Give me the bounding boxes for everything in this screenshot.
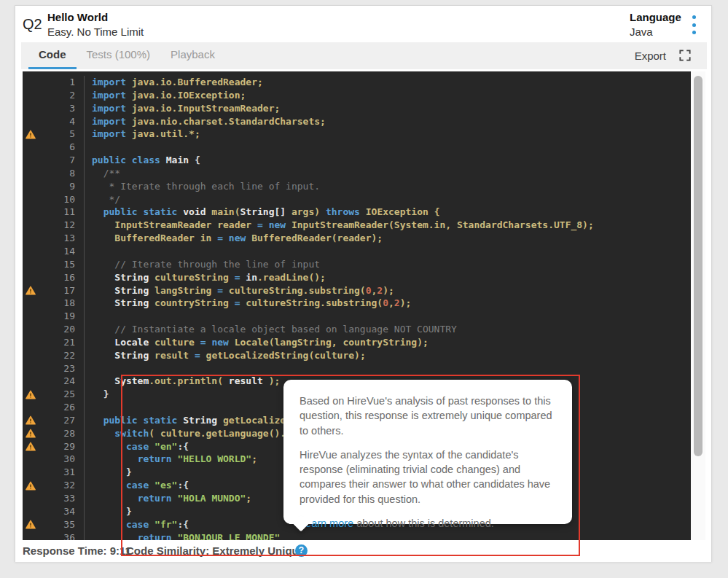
warning-triangle-icon [26, 390, 36, 399]
gutter-icon-cell [23, 193, 39, 206]
code-text: String langString = cultureString.substr… [85, 284, 394, 297]
code-text: } [85, 505, 132, 518]
code-text: public static void main(String[] args) t… [85, 206, 439, 219]
code-line: 12 InputStreamReader reader = new InputS… [23, 219, 691, 232]
page: { "header": { "question_number": "Q2", "… [0, 0, 728, 578]
question-title: Hello World [47, 11, 144, 23]
code-line: 6 [23, 141, 691, 154]
warning-icon-cell[interactable] [23, 440, 39, 453]
fullscreen-icon[interactable] [679, 50, 691, 61]
code-text: import java.io.InputStreamReader; [85, 102, 280, 115]
code-text: case "en":{ [85, 440, 189, 453]
code-line: 36 return "BONJOUR LE MONDE" [23, 531, 691, 540]
export-button[interactable]: Export [635, 42, 666, 69]
code-text: import java.io.BufferedReader; [85, 76, 263, 89]
warning-icon-cell[interactable] [23, 284, 39, 297]
code-line: 4import java.nio.charset.StandardCharset… [23, 115, 691, 128]
gutter-icon-cell [23, 271, 39, 284]
line-number: 9 [39, 180, 85, 193]
code-text: public class Main { [85, 154, 200, 167]
line-number: 28 [39, 427, 85, 440]
code-text: Locale culture = new Locale(langString, … [85, 336, 428, 349]
gutter-icon-cell [23, 401, 39, 414]
line-number: 25 [39, 388, 85, 401]
gutter-icon-cell [23, 297, 39, 310]
code-text: System.out.println( result ); [85, 375, 280, 388]
line-number: 18 [39, 297, 85, 310]
warning-icon-cell[interactable] [23, 518, 39, 531]
code-line: 15 // Iterate through the line of input [23, 258, 691, 271]
tab-tests[interactable]: Tests (100%) [77, 42, 161, 69]
warning-triangle-icon [26, 415, 36, 425]
kebab-menu-icon[interactable] [689, 15, 698, 34]
line-number: 16 [39, 271, 85, 284]
line-number: 14 [39, 245, 85, 258]
code-similarity: Code Similarity: Extremely Unique [126, 544, 305, 557]
line-number: 11 [39, 206, 85, 219]
line-number: 15 [39, 258, 85, 271]
tab-code[interactable]: Code [28, 42, 77, 69]
status-bar: Response Time: 9:11 Code Similarity: Ext… [15, 540, 711, 562]
line-number: 13 [39, 232, 85, 245]
expand-icon-glyph [679, 50, 691, 61]
code-line: 11 public static void main(String[] args… [23, 206, 691, 219]
warning-icon-cell[interactable] [23, 388, 39, 401]
code-text: import java.util.*; [85, 128, 200, 141]
code-line: 1import java.io.BufferedReader; [23, 76, 691, 89]
line-number: 33 [39, 492, 85, 505]
warning-icon-cell[interactable] [23, 414, 39, 427]
code-text: switch( culture.getLanguage(). [85, 427, 286, 440]
gutter-icon-cell [23, 219, 39, 232]
tooltip-paragraph-1: Based on HireVue's analysis of past resp… [300, 394, 556, 438]
code-text: BufferedReader in = new BufferedReader(r… [85, 232, 383, 245]
gutter-icon-cell [23, 206, 39, 219]
warning-triangle-icon [26, 130, 36, 139]
gutter-icon-cell [23, 492, 39, 505]
editor-scrollbar-thumb[interactable] [694, 76, 702, 456]
tab-playback[interactable]: Playback [160, 42, 225, 69]
question-circle-icon[interactable]: ? [295, 544, 308, 557]
code-line: 14 [23, 245, 691, 258]
line-number: 20 [39, 323, 85, 336]
code-line: 22 String result = getLocalizedString(cu… [23, 349, 691, 362]
code-text: } [85, 466, 132, 479]
code-line: 2import java.io.IOException; [23, 89, 691, 102]
warning-icon-cell[interactable] [23, 479, 39, 492]
gutter-icon-cell [23, 310, 39, 323]
kebab-dot [692, 23, 696, 27]
warning-triangle-icon [26, 429, 36, 438]
gutter-icon-cell [23, 375, 39, 388]
code-text: public static String getLocalize [85, 414, 286, 427]
code-text: */ [85, 193, 120, 206]
gutter-icon-cell [23, 141, 39, 154]
code-line: 5import java.util.*; [23, 128, 691, 141]
line-number: 1 [39, 76, 85, 89]
code-text: String cultureString = in.readLine(); [85, 271, 326, 284]
code-text: return "HOLA MUNDO"; [85, 492, 251, 505]
language-value: Java [630, 26, 681, 38]
warning-triangle-icon [26, 442, 36, 451]
gutter-icon-cell [23, 115, 39, 128]
gutter-icon-cell [23, 531, 39, 540]
code-text: case "es":{ [85, 479, 189, 492]
line-number: 30 [39, 453, 85, 466]
code-text: String countryString = cultureString.sub… [85, 297, 411, 310]
line-number: 10 [39, 193, 85, 206]
code-line: 3import java.io.InputStreamReader; [23, 102, 691, 115]
gutter-icon-cell [23, 323, 39, 336]
line-number: 4 [39, 115, 85, 128]
code-line: 21 Locale culture = new Locale(langStrin… [23, 336, 691, 349]
code-line: 20 // Instantiate a locale object based … [23, 323, 691, 336]
code-text: String result = getLocalizedString(cultu… [85, 349, 366, 362]
warning-icon-cell[interactable] [23, 427, 39, 440]
code-text: } [85, 388, 109, 401]
gutter-icon-cell [23, 362, 39, 375]
warning-icon-cell[interactable] [23, 128, 39, 141]
tooltip-caret-cover [289, 517, 313, 524]
editor-scrollbar-track[interactable] [691, 71, 705, 540]
line-number: 12 [39, 219, 85, 232]
language-label: Language [630, 11, 681, 23]
line-number: 27 [39, 414, 85, 427]
code-text: import java.io.IOException; [85, 89, 246, 102]
tabs: Code Tests (100%) Playback [21, 42, 707, 69]
